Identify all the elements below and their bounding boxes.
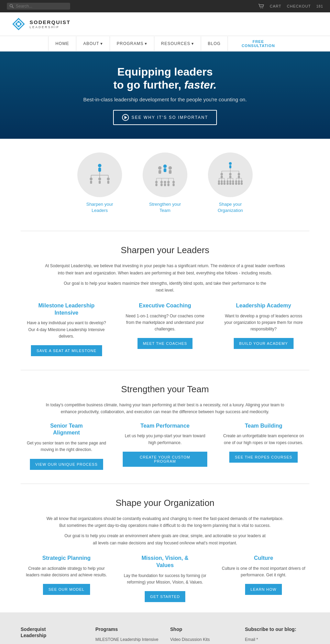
- team-col3-title: Team Building: [221, 422, 306, 430]
- svg-rect-39: [167, 183, 169, 186]
- svg-rect-36: [155, 183, 157, 186]
- footer-col-brand: SoderquistLeadership About Our Team Our …: [21, 626, 85, 644]
- save-seat-button[interactable]: SAVE A SEAT AT MILESTONE: [31, 345, 102, 356]
- icon-card-leaders[interactable]: Sharpen yourLeaders: [77, 152, 122, 214]
- col1-title: Milestone Leadership Intensive: [24, 302, 109, 317]
- cart-icon[interactable]: [258, 4, 264, 9]
- svg-point-35: [173, 181, 175, 183]
- svg-point-16: [98, 178, 101, 180]
- top-bar: CART CHECKOUT 181: [0, 0, 330, 12]
- org-col3-title: Culture: [221, 555, 306, 562]
- main-nav: HOME ABOUT ▾ PROGRAMS ▾ RESOURCES ▾ BLOG…: [0, 36, 330, 52]
- learn-how-button[interactable]: LEARN HOW: [245, 584, 282, 595]
- hero-cta-button[interactable]: SEE WHY IT'S SO IMPORTANT: [113, 110, 217, 125]
- leaders-cols: Milestone Leadership Intensive Have a ke…: [21, 302, 309, 356]
- svg-point-14: [90, 178, 92, 180]
- leaders-desc2: Our goal is to help your leaders maximiz…: [62, 280, 268, 294]
- team-col3-desc: Create an unforgettable team experience …: [221, 433, 306, 446]
- footer-subscribe-title: Subscribe to our blog:: [245, 626, 310, 632]
- footer-email-label: Email *: [245, 637, 310, 642]
- svg-point-2: [261, 8, 261, 9]
- search-icon: [10, 4, 14, 8]
- build-academy-button[interactable]: BUILD YOUR ACADEMY: [234, 338, 294, 349]
- view-process-button[interactable]: VIEW OUR UNIQUE PROCESS: [30, 459, 103, 470]
- org-col-2: Mission, Vision, & Values Lay the founda…: [119, 555, 211, 602]
- svg-point-80: [241, 180, 243, 182]
- play-circle-icon: [122, 114, 129, 121]
- svg-rect-42: [229, 165, 231, 168]
- leaders-label: Sharpen yourLeaders: [86, 201, 113, 214]
- svg-rect-8: [98, 168, 101, 172]
- org-col2-title: Mission, Vision, & Values: [123, 555, 208, 569]
- svg-rect-38: [164, 183, 166, 186]
- svg-point-32: [161, 181, 163, 183]
- leaders-section: Sharpen your Leaders At Soderquist Leade…: [0, 235, 330, 366]
- top-right: CART CHECKOUT 181: [258, 4, 323, 9]
- footer-link-milestone[interactable]: MILESTONE Leadership Intensive: [96, 637, 160, 642]
- cart-label[interactable]: CART: [270, 4, 282, 8]
- svg-point-33: [164, 181, 166, 183]
- see-model-button[interactable]: SEE OUR MODEL: [43, 584, 90, 595]
- get-started-button[interactable]: GET STARTED: [145, 591, 186, 602]
- footer: SoderquistLeadership About Our Team Our …: [0, 612, 330, 644]
- search-wrap[interactable]: [7, 3, 70, 10]
- hero-headline: Equipping leaders to go further, faster.: [113, 65, 217, 92]
- svg-rect-64: [221, 182, 223, 185]
- col3-desc: Want to develop a group of leaders acros…: [221, 313, 306, 333]
- footer-link-video-kits[interactable]: Video Discussion Kits: [170, 637, 235, 642]
- hero-section: Equipping leaders to go further, faster.…: [0, 52, 330, 139]
- team-col2-desc: Let us help you jump-start your team tow…: [123, 433, 208, 446]
- org-label: Shape yourOrganization: [218, 201, 243, 214]
- hero-subtext: Best-in-class leadership development for…: [83, 97, 247, 102]
- svg-point-62: [223, 180, 226, 182]
- search-input[interactable]: [16, 4, 67, 9]
- svg-rect-53: [238, 176, 240, 178]
- svg-rect-81: [235, 182, 237, 185]
- org-col2-desc: Lay the foundation for success by formin…: [123, 573, 208, 586]
- nav-about[interactable]: ABOUT ▾: [76, 36, 110, 51]
- team-label: Strengthen yourTeam: [149, 201, 181, 214]
- nav-resources[interactable]: RESOURCES ▾: [154, 36, 201, 51]
- cart-count: 181: [316, 4, 323, 8]
- svg-rect-83: [241, 182, 243, 185]
- nav-blog[interactable]: BLOG: [201, 36, 228, 51]
- team-col-1: Senior Team Alignment Get you senior tea…: [21, 422, 112, 470]
- svg-rect-74: [232, 182, 234, 185]
- custom-program-button[interactable]: CREATE YOUR CUSTOM PROGRAM: [123, 452, 208, 467]
- svg-point-7: [98, 164, 101, 167]
- leaders-col-3: Leadership Academy Want to develop a gro…: [218, 302, 309, 356]
- footer-programs-title: Programs: [96, 626, 160, 632]
- icon-card-team[interactable]: Strengthen yourTeam: [143, 152, 187, 214]
- svg-rect-40: [173, 183, 175, 186]
- col3-title: Leadership Academy: [221, 302, 306, 309]
- nav-free-consultation[interactable]: FREECONSULTATION: [235, 36, 282, 51]
- ropes-courses-button[interactable]: SEE THE ROPES COURSES: [229, 452, 298, 463]
- svg-point-52: [238, 173, 240, 175]
- team-col-2: Team Performance Let us help you jump-st…: [119, 422, 211, 470]
- svg-point-70: [229, 180, 231, 182]
- logo-icon[interactable]: [10, 17, 27, 31]
- org-col3-desc: Culture is one of the most important dri…: [221, 565, 306, 578]
- leaders-col-2: Executive Coaching Need 1-on-1 coaching?…: [119, 302, 211, 356]
- nav-programs[interactable]: PROGRAMS ▾: [110, 36, 154, 51]
- checkout-label[interactable]: CHECKOUT: [287, 4, 311, 8]
- org-icon-circle: [208, 152, 253, 197]
- logo-sub: LEADERSHIP: [30, 25, 70, 29]
- org-cols: Strategic Planning Create an actionable …: [21, 555, 309, 602]
- col1-desc: Have a key individual you want to develo…: [24, 320, 109, 340]
- play-triangle-icon: [124, 116, 127, 119]
- nav-home[interactable]: HOME: [48, 36, 76, 51]
- svg-point-61: [221, 180, 223, 182]
- meet-coaches-button[interactable]: MEET THE COACHES: [138, 338, 193, 349]
- icon-card-org[interactable]: Shape yourOrganization: [208, 152, 253, 214]
- team-desc1: In today's competitive business climate,…: [45, 402, 285, 416]
- chevron-programs: ▾: [145, 41, 147, 46]
- svg-point-24: [168, 166, 172, 170]
- leaders-icon-circle: [77, 152, 122, 197]
- icons-row: Sharpen yourLeaders: [0, 139, 330, 227]
- footer-grid: SoderquistLeadership About Our Team Our …: [21, 626, 309, 644]
- col2-title: Executive Coaching: [123, 302, 208, 309]
- org-col-1: Strategic Planning Create an actionable …: [21, 555, 112, 602]
- svg-point-20: [158, 166, 162, 170]
- org-icon: [215, 159, 246, 190]
